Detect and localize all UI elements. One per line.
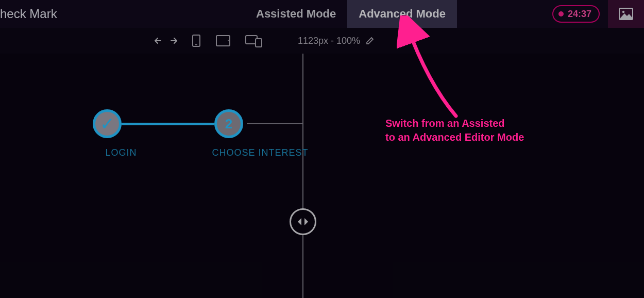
svg-point-1 <box>622 11 624 13</box>
step-labels: LOGIN CHOOSE INTEREST <box>93 147 317 158</box>
image-icon <box>619 8 633 20</box>
edit-viewport-button[interactable] <box>365 36 375 45</box>
annotation-line-2: to an Advanced Editor Mode <box>385 130 524 144</box>
page-title: heck Mark <box>0 0 57 28</box>
step-1-label: LOGIN <box>93 147 149 158</box>
editor-canvas[interactable]: ✓ 2 LOGIN CHOOSE INTEREST <box>0 54 644 298</box>
tablet-viewport-button[interactable] <box>215 35 231 47</box>
responsive-viewport-button[interactable] <box>245 34 263 47</box>
step-2-label: CHOOSE INTEREST <box>204 147 317 158</box>
recording-timer[interactable]: 24:37 <box>552 5 600 23</box>
step-1-circle[interactable]: ✓ <box>93 109 122 138</box>
progress-stepper: ✓ 2 <box>93 109 243 138</box>
viewport-size-label: 1123px - 100% <box>298 36 360 46</box>
image-panel-button[interactable] <box>608 0 644 28</box>
timer-value: 24:37 <box>568 9 591 20</box>
redo-arrow-icon[interactable] <box>167 36 177 45</box>
tab-assisted-mode[interactable]: Assisted Mode <box>245 0 347 28</box>
resize-horizontal-icon <box>296 217 310 227</box>
annotation-text: Switch from an Assisted to an Advanced E… <box>385 117 524 144</box>
step-2-number: 2 <box>225 116 232 132</box>
center-guide-line <box>302 54 303 298</box>
mode-tabs: Assisted Mode Advanced Mode <box>245 0 457 28</box>
svg-point-5 <box>228 40 229 41</box>
mobile-viewport-button[interactable] <box>192 34 201 47</box>
viewport-toolbar: 1123px - 100% <box>0 28 644 54</box>
step-2-circle[interactable]: 2 <box>214 109 243 138</box>
column-resize-handle[interactable] <box>290 208 316 235</box>
tab-advanced-mode[interactable]: Advanced Mode <box>347 0 457 28</box>
annotation-line-1: Switch from an Assisted <box>385 117 524 130</box>
record-dot-icon <box>558 11 564 16</box>
undo-arrow-icon[interactable] <box>155 36 165 45</box>
connector-guide-line <box>247 123 302 124</box>
svg-rect-7 <box>256 39 262 47</box>
svg-rect-3 <box>195 44 197 45</box>
top-bar: heck Mark Assisted Mode Advanced Mode 24… <box>0 0 644 28</box>
checkmark-icon: ✓ <box>100 113 114 134</box>
step-connector <box>122 123 214 125</box>
